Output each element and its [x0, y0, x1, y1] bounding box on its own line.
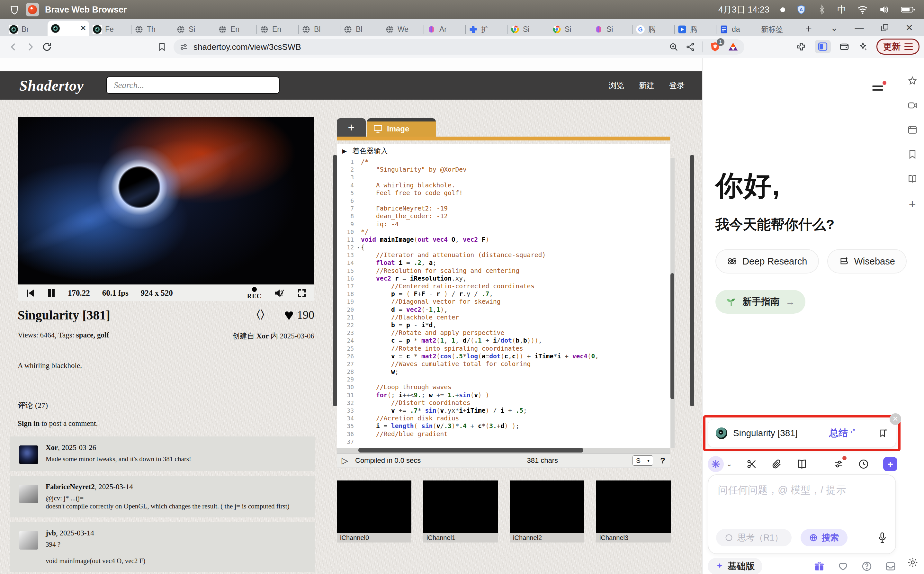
tab[interactable]: Ar — [424, 22, 465, 36]
code-line[interactable]: 10*/ — [337, 228, 670, 236]
ichannel-slot[interactable]: iChannel0 — [337, 481, 412, 542]
code-editor[interactable]: 1/*2 "Singularity" by @XorDev34 A whirli… — [337, 158, 670, 448]
comment-avatar[interactable] — [19, 445, 38, 464]
export-select[interactable]: S▾ — [632, 456, 653, 466]
code-line[interactable]: 2 "Singularity" by @XorDev — [337, 166, 670, 173]
plan-badge[interactable]: 基础版 — [708, 558, 762, 574]
code-line[interactable]: 31 for(; i++<9.; w += 1.+sin(v) ) — [337, 391, 670, 399]
tab[interactable]: 腾 — [674, 22, 716, 36]
tab[interactable]: Th — [131, 22, 173, 36]
update-button[interactable]: 更新 — [877, 39, 919, 55]
comment-avatar[interactable] — [19, 531, 38, 550]
shadertoy-nav-link-1[interactable]: 新建 — [639, 80, 654, 91]
tab[interactable]: Bl — [340, 22, 382, 36]
beginner-guide-button[interactable]: 新手指南 → — [716, 290, 806, 314]
shadertoy-nav-link-0[interactable]: 浏览 — [609, 80, 624, 91]
code-line[interactable]: 11void mainImage(out vec4 O, vec2 F) — [337, 236, 670, 244]
search-input[interactable]: Search... — [106, 76, 280, 94]
window-close-button[interactable]: ✕ — [906, 22, 913, 33]
tab[interactable]: Bl — [298, 22, 340, 36]
code-line[interactable]: 27 //Waves cumulative total for coloring — [337, 360, 670, 368]
microphone-button[interactable] — [877, 532, 888, 544]
ichannel-slot[interactable]: iChannel1 — [423, 481, 498, 542]
tab[interactable]: We — [382, 22, 424, 36]
code-line[interactable]: 25 //Rotate into spiraling coordinates — [337, 345, 670, 353]
code-line[interactable]: 19 //Diagonal vector for skewing — [337, 298, 670, 306]
input-method-indicator[interactable]: 中 — [837, 3, 846, 16]
share-icon[interactable] — [686, 42, 695, 52]
code-line[interactable]: 5 Feel free to code golf! — [337, 189, 670, 197]
code-line[interactable]: 37 — [337, 438, 670, 446]
zoom-page-icon[interactable] — [669, 42, 678, 52]
code-line[interactable]: 28 w; — [337, 368, 670, 376]
model-avatar-button[interactable] — [708, 456, 724, 472]
menu-hamburger-icon[interactable] — [904, 42, 913, 52]
page-scrollbar-thumb[interactable] — [690, 155, 694, 406]
shadertoy-nav-link-2[interactable]: 登录 — [669, 80, 684, 91]
code-line[interactable]: 32 //Distort coordinates — [337, 399, 670, 407]
brave-rewards-bat-icon[interactable] — [728, 41, 739, 52]
tab-search-chevron-icon[interactable]: ⌄ — [831, 22, 838, 33]
shader-inputs-bar[interactable]: ▶ 着色器输入 — [337, 144, 670, 158]
web-search-toggle[interactable]: 搜索 — [801, 529, 848, 546]
code-line[interactable]: 3 — [337, 173, 670, 181]
rewind-button[interactable] — [25, 288, 35, 298]
summary-card-close-button[interactable]: ✕ — [889, 413, 901, 425]
address-bar[interactable]: shadertoy.com/view/3csSWB 1 — [173, 39, 744, 55]
tab[interactable]: Si — [549, 22, 591, 36]
code-line[interactable]: 8 dean_the_coder: -12 — [337, 213, 670, 220]
help-question-icon[interactable] — [861, 561, 872, 572]
code-horizontal-scrollbar[interactable] — [337, 448, 670, 453]
tab[interactable]: Si — [591, 22, 632, 36]
tab[interactable]: En — [257, 22, 298, 36]
strip-star-icon[interactable] — [907, 76, 918, 86]
shadertoy-logo[interactable]: Shadertoy — [19, 77, 84, 94]
code-line[interactable]: 33 v += .7* sin(v.yx*i+iTime) / i + .5; — [337, 407, 670, 415]
history-clock-icon[interactable] — [858, 459, 869, 470]
code-line[interactable]: 34 //Acretion disk radius — [337, 415, 670, 422]
sidebar-toggle-icon[interactable] — [815, 40, 831, 54]
pause-button[interactable] — [47, 288, 55, 298]
code-line[interactable]: 20 d = vec2(-1,1), — [337, 306, 670, 314]
inbox-icon[interactable] — [885, 561, 896, 572]
tab[interactable]: da — [716, 22, 758, 36]
code-line[interactable]: 26 v = c * mat2(cos(.5*log(a=dot(c,c)) +… — [337, 353, 670, 360]
bluetooth-icon[interactable] — [817, 5, 826, 15]
ichannel-preview[interactable] — [510, 481, 584, 533]
ichannel-preview[interactable] — [337, 481, 412, 533]
tab[interactable]: 扩 — [465, 22, 507, 36]
antivirus-shield-icon[interactable]: A — [796, 5, 806, 15]
wisebase-button[interactable]: Wisebase — [827, 249, 907, 273]
brave-app-icon[interactable] — [26, 3, 39, 16]
code-line[interactable]: 36 //Red/blue gradient — [337, 430, 670, 438]
tab[interactable]: Si — [173, 22, 215, 36]
code-line[interactable]: 14 float i = .2, a; — [337, 259, 670, 267]
code-line[interactable]: 18 p = ( F+F - r ) / r.y / .7, — [337, 290, 670, 298]
gift-icon[interactable] — [814, 561, 825, 572]
site-settings-tune-icon[interactable] — [179, 43, 188, 51]
strip-window-icon[interactable] — [907, 125, 918, 135]
ichannel-preview[interactable] — [596, 481, 671, 533]
code-line[interactable]: 17 //Centered ratio-corrected coordinate… — [337, 282, 670, 290]
code-line[interactable]: 22 b = p - i*d, — [337, 322, 670, 329]
window-restore-button[interactable] — [881, 24, 889, 32]
chat-input-box[interactable]: 问任何问题，@ 模型，/ 提示 思考（R1） 搜索 — [708, 475, 896, 554]
ichannel-slot[interactable]: iChannel2 — [510, 481, 584, 542]
wifi-icon[interactable] — [857, 5, 868, 14]
author-link[interactable]: Xor — [257, 332, 269, 340]
strip-add-icon[interactable]: + — [908, 198, 916, 210]
tab-active[interactable]: ✕ — [47, 20, 89, 36]
ichannel-slot[interactable]: iChannel3 — [596, 481, 671, 542]
code-line[interactable]: 35 i = length( sin(v/.3)*.4 + c*(3.+d) )… — [337, 422, 670, 430]
code-line[interactable]: 29 — [337, 376, 670, 383]
add-pass-tab[interactable]: + — [337, 118, 366, 137]
tab[interactable]: Si — [507, 22, 549, 36]
comment-author[interactable]: jvb, 2025-03-14 — [46, 529, 145, 537]
clip-text-scissors-icon[interactable] — [746, 459, 757, 470]
page-summary-card[interactable]: Singularity [381] 总结 — [708, 419, 896, 447]
extensions-puzzle-icon[interactable] — [796, 41, 806, 52]
new-tab-button[interactable]: + — [806, 22, 812, 35]
reading-book-icon[interactable] — [796, 459, 807, 470]
tab[interactable]: G腾 — [632, 22, 674, 36]
code-line[interactable]: 4 A whirling blackhole. — [337, 181, 670, 189]
